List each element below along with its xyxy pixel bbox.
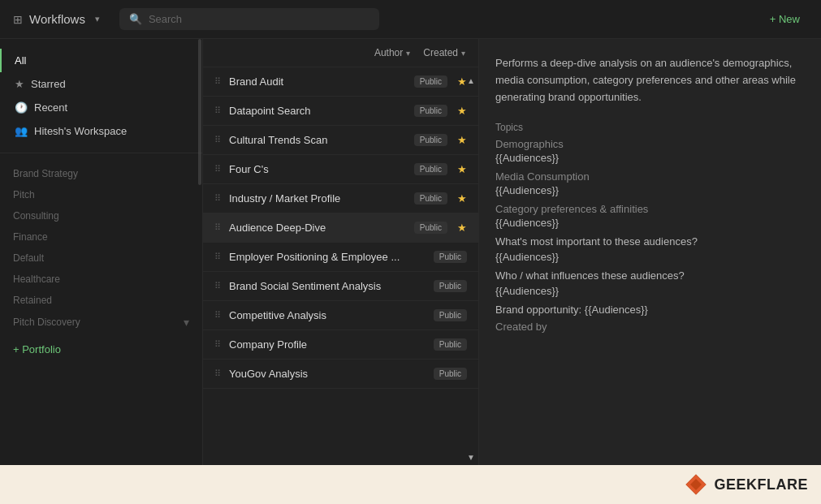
scroll-down-area: ▼	[467, 453, 475, 462]
sidebar-item-default[interactable]: Default	[0, 248, 202, 269]
topic-variable: {{Audiences}}	[495, 285, 805, 297]
topic-label: Demographics	[495, 138, 805, 150]
workflow-name: Audience Deep-Dive	[229, 222, 408, 234]
sidebar-item-pitch[interactable]: Pitch	[0, 184, 202, 205]
sidebar-main-section: All ★ Starred 🕐 Recent 👥 Hitesh's Worksp…	[0, 45, 202, 146]
topic-variable: {{Audiences}}	[495, 217, 805, 229]
search-bar[interactable]: 🔍	[119, 8, 379, 30]
workflow-badge: Public	[434, 368, 467, 380]
star-filled-icon[interactable]: ★	[457, 105, 467, 117]
topic-label: Brand opportunity: {{Audiences}}	[495, 304, 805, 316]
drag-icon: ⠿	[214, 368, 221, 379]
star-filled-icon[interactable]: ★	[457, 192, 467, 205]
detail-topic-5: Brand opportunity: {{Audiences}}	[495, 304, 805, 316]
workflow-name: Brand Social Sentiment Analysis	[229, 280, 427, 292]
topic-label: Category preferences & affinities	[495, 203, 805, 215]
sidebar-item-healthcare[interactable]: Healthcare	[0, 269, 202, 290]
geekflare-logo: GEEKFLARE	[685, 473, 808, 496]
workflow-item[interactable]: ⠿ YouGov Analysis Public	[203, 360, 478, 389]
drag-icon: ⠿	[214, 339, 221, 350]
drag-icon: ⠿	[214, 135, 221, 145]
topic-label: What's most important to these audiences…	[495, 235, 805, 248]
star-filled-icon[interactable]: ★	[457, 75, 467, 88]
app-header: ⊞ Workflows ▾ 🔍 + New	[0, 0, 821, 39]
star-filled-icon[interactable]: ★	[457, 134, 467, 146]
logo-area: ⊞ Workflows ▾	[13, 12, 100, 26]
drag-icon: ⠿	[214, 310, 221, 321]
sidebar-add-portfolio[interactable]: + Portfolio	[0, 337, 202, 362]
workflow-badge: Public	[434, 338, 467, 351]
drag-icon: ⠿	[214, 281, 221, 291]
workflow-item[interactable]: ⠿ Company Profile Public	[203, 330, 478, 360]
detail-topic-0: Demographics {{Audiences}}	[495, 138, 805, 164]
search-input[interactable]	[149, 13, 369, 25]
star-filled-icon[interactable]: ★	[457, 222, 467, 234]
sidebar-item-consulting[interactable]: Consulting	[0, 205, 202, 226]
workflow-item[interactable]: ⠿ Audience Deep-Dive Public ★	[203, 213, 478, 243]
sidebar-starred-label: Starred	[31, 78, 66, 90]
workflow-item[interactable]: ⠿ Industry / Market Profile Public ★	[203, 184, 478, 213]
workflow-name: Employer Positioning & Employee ...	[229, 251, 427, 263]
workflow-badge: Public	[414, 192, 447, 205]
list-header: Author ▾ Created ▾	[203, 39, 478, 67]
workflow-list-panel: Author ▾ Created ▾ ▲ ⠿ Brand Audit Publi…	[203, 39, 479, 465]
created-filter[interactable]: Created ▾	[423, 47, 465, 58]
topic-variable: {{Audiences}}	[495, 251, 805, 263]
main-layout: All ★ Starred 🕐 Recent 👥 Hitesh's Worksp…	[0, 39, 821, 465]
sidebar-item-pitch-discovery[interactable]: Pitch Discovery ▾	[0, 311, 202, 334]
detail-topic-4: Who / what influences these audiences? {…	[495, 269, 805, 297]
clock-icon: 🕐	[15, 101, 28, 114]
workflow-name: Industry / Market Profile	[229, 192, 408, 205]
author-chevron-icon: ▾	[406, 49, 410, 58]
created-by-section: Created by	[495, 321, 805, 333]
author-filter[interactable]: Author ▾	[374, 47, 410, 58]
sidebar-item-starred[interactable]: ★ Starred	[0, 72, 202, 96]
workflow-name: Brand Audit	[229, 75, 408, 88]
star-filled-icon[interactable]: ★	[457, 163, 467, 175]
topic-label: Who / what influences these audiences?	[495, 269, 805, 282]
sidebar-item-finance[interactable]: Finance	[0, 226, 202, 248]
created-label: Created	[423, 47, 458, 58]
users-icon: 👥	[15, 125, 28, 137]
pitch-discovery-chevron-icon: ▾	[184, 316, 189, 329]
workflow-item[interactable]: ⠿ Four C's Public ★	[203, 155, 478, 184]
workflow-badge: Public	[434, 251, 467, 263]
workflow-item[interactable]: ⠿ Employer Positioning & Employee ... Pu…	[203, 243, 478, 272]
workflow-name: YouGov Analysis	[229, 368, 427, 380]
workflow-name: Datapoint Search	[229, 105, 408, 117]
detail-panel: Performs a deep-dive analysis on an audi…	[479, 39, 821, 465]
drag-icon: ⠿	[214, 76, 221, 87]
logo-chevron-icon[interactable]: ▾	[95, 14, 100, 24]
scroll-down-icon[interactable]: ▼	[467, 453, 475, 462]
workflow-item[interactable]: ⠿ Cultural Trends Scan Public ★	[203, 126, 478, 155]
created-by-label: Created by	[495, 321, 805, 333]
workflow-badge: Public	[434, 280, 467, 292]
workflow-item[interactable]: ⠿ Brand Audit Public ★	[203, 67, 478, 97]
detail-description: Performs a deep-dive analysis on an audi…	[495, 55, 805, 106]
sidebar-item-all[interactable]: All	[0, 49, 202, 72]
drag-icon: ⠿	[214, 164, 221, 174]
sidebar-item-workspace[interactable]: 👥 Hitesh's Workspace	[0, 119, 202, 143]
workflow-name: Cultural Trends Scan	[229, 134, 408, 146]
sidebar-item-brand-strategy[interactable]: Brand Strategy	[0, 163, 202, 184]
workflow-badge: Public	[414, 163, 447, 175]
workflow-item[interactable]: ⠿ Brand Social Sentiment Analysis Public	[203, 272, 478, 301]
workflow-name: Competitive Analysis	[229, 309, 427, 321]
scroll-up-icon[interactable]: ▲	[467, 76, 475, 85]
workflow-item[interactable]: ⠿ Competitive Analysis Public	[203, 301, 478, 330]
geekflare-text: GEEKFLARE	[714, 476, 808, 493]
sidebar-workspace-label: Hitesh's Workspace	[34, 125, 127, 137]
star-icon: ★	[15, 78, 24, 90]
sidebar-divider	[0, 153, 202, 153]
detail-topic-2: Category preferences & affinities {{Audi…	[495, 203, 805, 229]
drag-icon: ⠿	[214, 222, 221, 233]
workflow-items-list: ⠿ Brand Audit Public ★ ⠿ Datapoint Searc…	[203, 67, 478, 465]
detail-topics-section: Topics	[495, 122, 805, 133]
grid-icon: ⊞	[13, 13, 23, 26]
detail-topic-1: Media Consumption {{Audiences}}	[495, 170, 805, 196]
workflow-item[interactable]: ⠿ Datapoint Search Public ★	[203, 97, 478, 126]
new-button[interactable]: + New	[762, 8, 808, 30]
sidebar-item-recent[interactable]: 🕐 Recent	[0, 96, 202, 119]
drag-icon: ⠿	[214, 106, 221, 116]
sidebar-item-retained[interactable]: Retained	[0, 290, 202, 311]
